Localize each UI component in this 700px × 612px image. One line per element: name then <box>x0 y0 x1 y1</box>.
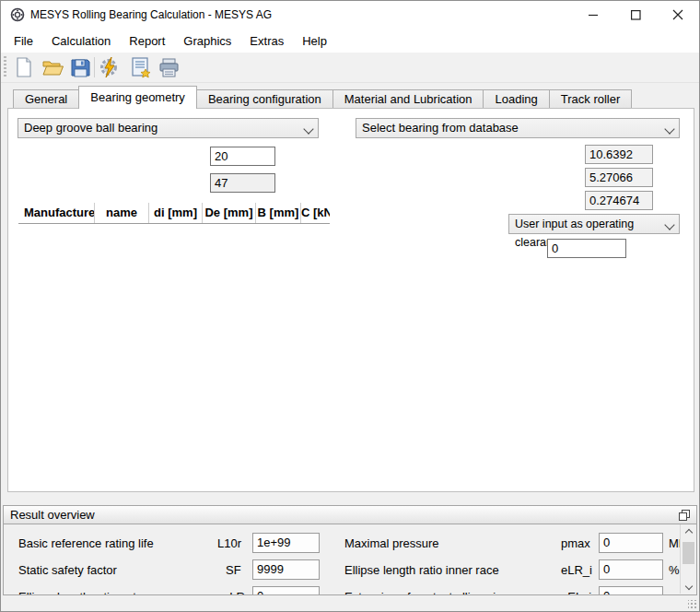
toolbar <box>1 53 699 83</box>
tab-loading[interactable]: Loading <box>483 89 549 109</box>
save-button[interactable] <box>69 56 91 78</box>
print-button[interactable] <box>158 56 180 78</box>
tab-bar: General Bearing geometry Bearing configu… <box>13 87 631 109</box>
result-symbol: L10r <box>217 536 241 550</box>
chevron-down-icon <box>664 219 674 230</box>
maximize-button[interactable] <box>614 1 657 29</box>
menu-report[interactable]: Report <box>120 30 174 52</box>
result-vertical-scrollbar[interactable] <box>680 524 696 594</box>
chevron-down-icon <box>684 582 692 589</box>
maximize-icon <box>631 10 641 20</box>
open-file-icon <box>42 58 64 76</box>
column-header-c[interactable]: C [kN <box>301 203 330 223</box>
result-symbol: SF <box>226 563 241 577</box>
column-header-di[interactable]: di [mm] <box>149 203 203 223</box>
bearing-database-value: Select bearing from database <box>362 121 519 135</box>
tab-bearing-configuration[interactable]: Bearing configuration <box>196 89 333 109</box>
result-label: Static safety factor <box>18 563 117 577</box>
report-button[interactable] <box>130 56 152 78</box>
tab-page-bearing-geometry <box>7 108 694 492</box>
calculate-button[interactable] <box>99 56 121 78</box>
menu-calculation[interactable]: Calculation <box>42 30 120 52</box>
column-header-manufacturer[interactable]: Manufacturer <box>18 203 95 223</box>
minimize-icon <box>589 10 599 20</box>
result-symbol: pmax <box>561 536 590 550</box>
result-unit: % <box>669 563 680 577</box>
result-overview-header[interactable]: Result overview <box>3 505 697 524</box>
vertical-scroll-thumb[interactable] <box>682 542 694 564</box>
open-file-button[interactable] <box>41 56 64 78</box>
result-field: 0 <box>599 559 663 580</box>
static-load-field[interactable]: 5.27066 <box>585 168 653 187</box>
close-button[interactable] <box>657 1 699 29</box>
result-label: Ellipse length ratio inner race <box>344 563 499 577</box>
chevron-down-icon <box>303 124 313 134</box>
result-field: 0 <box>252 586 320 595</box>
result-overview-panel: Basic reference rating life L10r 1e+99 M… <box>3 524 697 595</box>
report-icon <box>131 57 151 78</box>
scroll-down-button[interactable] <box>681 578 696 594</box>
column-header-b[interactable]: B [mm] <box>256 203 301 223</box>
calculate-icon <box>99 56 121 78</box>
menu-graphics[interactable]: Graphics <box>174 30 240 52</box>
bearing-clearance-select[interactable]: User input as operating clearance <box>508 214 680 234</box>
inner-diameter-input[interactable]: 20 <box>210 147 275 166</box>
menu-bar: File Calculation Report Graphics Extras … <box>1 29 699 53</box>
result-field: 0 <box>599 586 663 595</box>
toolbar-drag-handle[interactable] <box>4 56 6 78</box>
column-header-de[interactable]: De [mm] <box>203 203 256 223</box>
result-field: 9999 <box>252 559 320 580</box>
dynamic-load-field[interactable]: 10.6392 <box>585 145 653 164</box>
result-field: 0 <box>599 533 663 553</box>
float-panel-icon[interactable] <box>679 510 690 521</box>
print-icon <box>158 58 180 77</box>
tab-bearing-geometry[interactable]: Bearing geometry <box>78 86 197 109</box>
result-label: Basic reference rating life <box>18 536 154 550</box>
close-icon <box>672 9 683 20</box>
status-bar <box>1 595 699 611</box>
minimize-button[interactable] <box>572 1 614 29</box>
column-header-name[interactable]: name <box>95 203 149 223</box>
tab-general[interactable]: General <box>13 89 79 109</box>
app-window: MESYS Rolling Bearing Calculation - MESY… <box>0 0 700 612</box>
bearing-type-value: Deep groove ball bearing <box>24 121 158 135</box>
title-bar[interactable]: MESYS Rolling Bearing Calculation - MESY… <box>1 1 699 29</box>
result-symbol: eLR_i <box>561 563 592 577</box>
save-icon <box>71 58 90 77</box>
window-title: MESYS Rolling Bearing Calculation - MESY… <box>30 1 272 29</box>
tab-material-and-lubrication[interactable]: Material and Lubrication <box>332 89 484 109</box>
diametral-clearance-input[interactable]: 0 <box>547 239 626 258</box>
menu-help[interactable]: Help <box>293 30 336 52</box>
result-field: 1e+99 <box>252 533 320 553</box>
chevron-up-icon <box>684 528 692 536</box>
result-label: Maximal pressure <box>344 536 439 550</box>
tab-track-roller[interactable]: Track roller <box>549 89 633 109</box>
bearing-type-select[interactable]: Deep groove ball bearing <box>18 118 319 138</box>
result-overview-title: Result overview <box>10 508 95 522</box>
bearing-database-select[interactable]: Select bearing from database <box>356 118 680 138</box>
table-header-row: Manufacturer name di [mm] De [mm] B [mm]… <box>18 203 330 224</box>
menu-extras[interactable]: Extras <box>240 30 293 52</box>
resize-grip[interactable] <box>688 600 697 609</box>
menu-file[interactable]: File <box>5 30 42 52</box>
outer-diameter-input[interactable]: 47 <box>210 173 275 193</box>
new-file-button[interactable] <box>13 56 35 78</box>
toolbar-separator <box>94 57 95 77</box>
scroll-up-button[interactable] <box>681 524 696 540</box>
chevron-down-icon <box>664 124 674 134</box>
app-bearing-icon <box>10 7 25 22</box>
fatigue-load-field[interactable]: 0.274674 <box>585 191 653 210</box>
new-file-icon <box>15 57 33 77</box>
